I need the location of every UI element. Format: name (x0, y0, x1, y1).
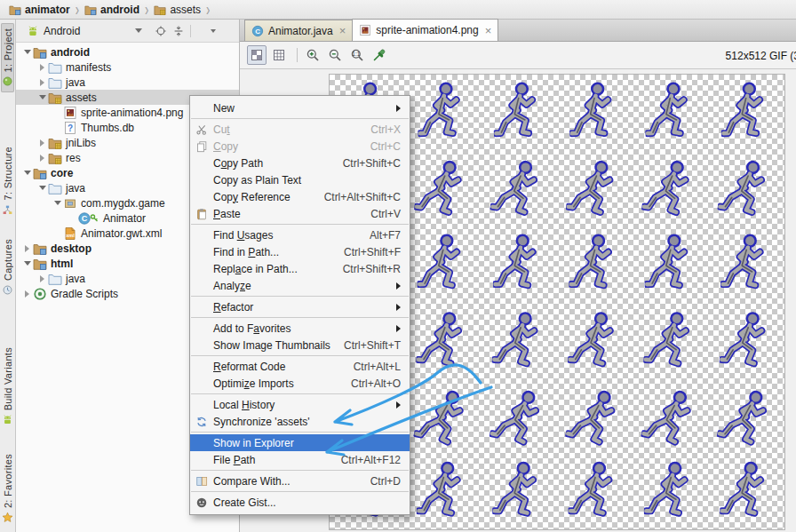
menu-item-paste[interactable]: PasteCtrl+V (190, 205, 410, 222)
menu-item-refactor[interactable]: Refactor (190, 298, 410, 315)
sprite-frame (570, 311, 611, 363)
chevron-down-icon (211, 29, 216, 33)
tree-node-label: java (66, 273, 85, 285)
tree-node-label: Gradle Scripts (51, 288, 118, 300)
tool-stripe-button-build-variants[interactable]: Build Variants (1, 342, 14, 431)
zoom-in-button[interactable] (303, 45, 322, 65)
tree-expanded-arrow-icon[interactable] (21, 258, 33, 269)
folder-module-icon (33, 257, 47, 271)
sync-icon (195, 416, 208, 428)
menu-item-replace-in-path[interactable]: Replace in Path...Ctrl+Shift+R (190, 260, 410, 277)
tool-stripe-button-captures[interactable]: Captures (1, 234, 14, 301)
project-view-selector[interactable]: Android (23, 22, 146, 40)
tree-node-android[interactable]: android (16, 44, 239, 60)
toggle-transparency-chessboard-button[interactable] (247, 45, 267, 65)
zoom-out-button[interactable] (325, 45, 345, 65)
menu-item-find-in-path[interactable]: Find in Path...Ctrl+Shift+F (190, 243, 410, 260)
menu-item-show-image-thumbnails[interactable]: Show Image ThumbnailsCtrl+Shift+T (190, 337, 410, 353)
tool-stripe-label: 2: Favorites (3, 454, 13, 508)
menu-item-cut: CutCtrl+X (190, 121, 410, 138)
tree-expanded-arrow-icon[interactable] (36, 91, 48, 103)
submenu-arrow-icon (396, 282, 401, 290)
color-picker-button[interactable] (370, 45, 389, 65)
menu-item-file-path[interactable]: File PathCtrl+Alt+F12 (190, 451, 410, 468)
settings-gear-icon (196, 25, 209, 37)
folder-module-icon (84, 4, 97, 16)
tool-stripe-button-2-favorites[interactable]: 2: Favorites (1, 449, 14, 528)
tree-collapsed-arrow-icon[interactable] (36, 61, 48, 73)
menu-item-compare-with[interactable]: Compare With...Ctrl+D (190, 472, 410, 489)
tool-stripe-button-1-project[interactable]: 1: Project (1, 23, 14, 92)
zoom-in-icon (306, 48, 320, 62)
menu-item-analyze[interactable]: Analyze (190, 277, 410, 294)
folder-plain-icon (48, 60, 62, 75)
sprite-frame (644, 158, 688, 212)
menu-item-label: Synchronize 'assets' (213, 416, 310, 428)
menu-item-label: New (213, 102, 235, 115)
tree-node-manifests[interactable]: manifests (16, 60, 239, 75)
editor-tab-animator-java[interactable]: Animator.java× (244, 20, 353, 41)
menu-item-show-in-explorer[interactable]: Show in Explorer (190, 434, 410, 451)
sprite-frame (720, 386, 767, 443)
tool-stripe-label: 1: Project (3, 28, 13, 72)
tree-expanded-arrow-icon[interactable] (36, 182, 48, 194)
tree-expanded-arrow-icon[interactable] (52, 197, 63, 209)
tree-collapsed-arrow-icon[interactable] (36, 76, 48, 88)
menu-item-add-to-favorites[interactable]: Add to Favorites (190, 320, 410, 337)
editor-tab-sprite-animation4-png[interactable]: sprite-animation4.png× (352, 19, 498, 41)
menu-item-find-usages[interactable]: Find UsagesAlt+F7 (190, 226, 410, 243)
sprite-frame (646, 311, 687, 363)
tree-collapsed-arrow-icon[interactable] (36, 273, 48, 284)
tree-collapsed-arrow-icon[interactable] (21, 288, 33, 299)
menu-item-copy-path[interactable]: Copy PathCtrl+Shift+C (190, 155, 410, 171)
package-icon (63, 196, 77, 210)
tree-node-label: html (51, 258, 73, 270)
sprite-frame (645, 83, 685, 135)
sprite-frame (722, 462, 760, 512)
menu-item-copy-reference[interactable]: Copy ReferenceCtrl+Alt+Shift+C (190, 188, 410, 205)
sprite-frame (720, 158, 763, 212)
gist-icon (195, 496, 208, 509)
sprite-frame (494, 311, 535, 363)
hide-panel-button[interactable] (221, 25, 234, 37)
captures-icon (2, 284, 13, 296)
grid-icon (272, 48, 286, 62)
menu-item-new[interactable]: New (190, 99, 410, 116)
menu-item-copy-as-plain-text[interactable]: Copy as Plain Text (190, 171, 410, 188)
actual-size-button[interactable] (347, 45, 367, 65)
tree-expanded-arrow-icon[interactable] (21, 46, 33, 58)
tool-stripe-button-7-structure[interactable]: 7: Structure (1, 141, 14, 220)
locate-button[interactable] (155, 25, 167, 37)
tree-collapsed-arrow-icon[interactable] (21, 242, 33, 254)
tree-expanded-arrow-icon[interactable] (21, 167, 33, 179)
toggle-grid-button[interactable] (269, 45, 289, 65)
close-tab-icon[interactable]: × (339, 25, 346, 36)
menu-icon-spacer (194, 300, 210, 314)
sprite-frame (721, 83, 761, 135)
breadcrumb-item-assets[interactable]: assets (152, 0, 203, 19)
tree-collapsed-arrow-icon[interactable] (36, 137, 48, 148)
close-tab-icon[interactable]: × (485, 25, 492, 36)
sprite-frame (569, 158, 612, 212)
menu-item-optimize-imports[interactable]: Optimize ImportsCtrl+Alt+O (190, 375, 410, 392)
breadcrumb: animator›android›assets› (0, 0, 796, 20)
menu-item-create-gist[interactable]: Create Gist... (190, 494, 410, 511)
copy-icon (195, 140, 208, 153)
tree-node-label: desktop (51, 242, 92, 255)
menu-item-synchronize-assets[interactable]: Synchronize 'assets' (190, 413, 410, 430)
breadcrumb-item-animator[interactable]: animator (7, 0, 72, 19)
class-icon (251, 25, 264, 37)
menu-item-shortcut: Ctrl+D (370, 475, 401, 488)
menu-item-reformat-code[interactable]: Reformat CodeCtrl+Alt+L (190, 358, 410, 375)
tree-node-java[interactable]: java (16, 75, 239, 90)
menu-item-local-history[interactable]: Local History (190, 396, 410, 413)
menu-item-label: Copy (213, 140, 238, 153)
settings-gear-button[interactable] (196, 25, 216, 37)
submenu-arrow-icon (396, 105, 401, 112)
context-menu: NewCutCtrl+XCopyCtrl+CCopy PathCtrl+Shif… (189, 95, 410, 515)
tree-collapsed-arrow-icon[interactable] (36, 152, 48, 163)
menu-icon-spacer (194, 398, 210, 412)
submenu-arrow-icon (396, 401, 401, 409)
breadcrumb-item-android[interactable]: android (83, 0, 141, 19)
collapse-all-button[interactable] (172, 25, 185, 37)
